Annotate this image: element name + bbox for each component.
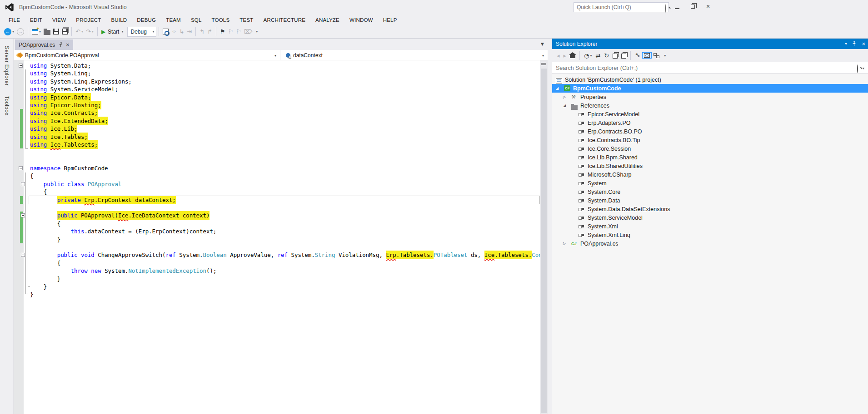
save-button[interactable] (52, 26, 60, 37)
scrollbar-thumb[interactable] (541, 69, 547, 413)
new-project-button[interactable]: ▾ (30, 26, 42, 37)
solution-explorer-title-bar[interactable]: Solution Explorer ▾ × (552, 39, 868, 49)
menu-team[interactable]: TEAM (161, 16, 186, 24)
split-editor-handle[interactable] (541, 62, 546, 67)
code-line-24[interactable] (14, 243, 540, 251)
code-line-18[interactable]: private Erp.ErpContext dataContext; (14, 196, 540, 204)
close-tab-icon[interactable]: × (66, 41, 70, 48)
start-debug-button[interactable]: ▶Start▾ (100, 26, 125, 37)
find-in-files-button[interactable] (161, 26, 170, 37)
indent-button[interactable]: ⇥ (185, 26, 193, 37)
code-line-23[interactable]: } (14, 236, 540, 243)
collapse-region-icon[interactable] (19, 64, 23, 68)
menu-sql[interactable]: SQL (186, 16, 207, 24)
previous-bookmark-button[interactable]: ⚐ (227, 26, 235, 37)
document-tab[interactable]: POApproval.cs × (15, 39, 73, 50)
restore-button[interactable] (685, 0, 700, 13)
tree-item-epicor-servicemodel[interactable]: Epicor.ServiceModel (552, 110, 868, 118)
code-line-19[interactable] (14, 204, 540, 212)
code-line-25[interactable]: public void ChangeApproveSwitch(ref Syst… (14, 251, 540, 259)
code-line-6[interactable]: using Epicor.Hosting; (14, 101, 540, 109)
tree-item-ice-lib-bpm-shared[interactable]: Ice.Lib.Bpm.Shared (552, 153, 868, 162)
expand-icon[interactable]: ▷ (563, 242, 566, 246)
window-position-icon[interactable]: ▾ (845, 42, 847, 46)
refresh-icon[interactable]: ↻ (602, 52, 611, 59)
toggle-bookmark-button[interactable]: ⚑ (219, 26, 227, 37)
search-options-caret-icon[interactable]: ▾ (863, 66, 864, 70)
tree-item-system-xml-linq[interactable]: System.Xml.Linq (552, 231, 868, 239)
tree-item-solution-bpmcustomcode-1-project-[interactable]: Solution 'BpmCustomCode' (1 project) (552, 75, 868, 84)
code-line-20[interactable]: public POApproval(Ice.IceDataContext con… (14, 212, 540, 219)
menu-debug[interactable]: DEBUG (132, 16, 161, 24)
comment-button[interactable]: ⁘ (170, 26, 178, 37)
code-line-13[interactable] (14, 157, 540, 164)
properties-wrench-icon[interactable]: 🔧︎ (633, 52, 642, 59)
tree-item-ice-lib-sharedutilities[interactable]: Ice.Lib.SharedUtilities (552, 162, 868, 170)
tree-item-erp-contracts-bo-po[interactable]: Erp.Contracts.BO.PO (552, 127, 868, 136)
quick-launch-input[interactable] (577, 4, 654, 11)
menu-help[interactable]: HELP (378, 16, 402, 24)
uncomment-button[interactable]: ↳ (178, 26, 185, 37)
view-class-diagram-icon[interactable] (652, 53, 661, 58)
code-line-12[interactable] (14, 148, 540, 156)
code-line-9[interactable]: using Ice.Lib; (14, 125, 540, 133)
code-editor[interactable]: using System.Data;using System.Linq;usin… (14, 60, 548, 414)
tree-item-system-data-datasetextensions[interactable]: System.Data.DataSetExtensions (552, 205, 868, 213)
code-line-7[interactable]: using Ice.Contracts; (14, 109, 540, 117)
decrease-indent-button[interactable]: ↰ (198, 26, 206, 37)
editor-vertical-scrollbar[interactable] (540, 60, 548, 414)
code-line-26[interactable]: { (14, 259, 540, 267)
menu-edit[interactable]: EDIT (25, 16, 47, 24)
home-icon[interactable] (568, 53, 577, 58)
tree-item-system-data[interactable]: System.Data (552, 196, 868, 205)
collapse-region-icon[interactable] (19, 166, 23, 170)
pin-panel-icon[interactable] (852, 40, 856, 48)
code-line-30[interactable]: } (14, 291, 540, 298)
navigate-forward-button[interactable]: → (15, 26, 25, 37)
tree-item-references[interactable]: ◢References (552, 101, 868, 110)
code-line-17[interactable]: { (14, 188, 540, 196)
next-bookmark-button[interactable]: ⚐ (234, 26, 243, 37)
increase-indent-button[interactable]: ↱ (206, 26, 214, 37)
menu-build[interactable]: BUILD (106, 16, 132, 24)
quick-launch-box[interactable] (574, 2, 669, 12)
collapse-icon[interactable]: ◢ (556, 86, 559, 90)
undo-button[interactable]: ↶▾ (74, 26, 85, 37)
toolbar-options-button[interactable]: ▾ (254, 26, 259, 37)
tree-item-erp-adapters-po[interactable]: Erp.Adapters.PO (552, 118, 868, 127)
code-line-10[interactable]: using Ice.Tables; (14, 133, 540, 141)
menu-view[interactable]: VIEW (47, 16, 71, 24)
collapse-region-icon[interactable] (21, 182, 25, 186)
solution-explorer-search[interactable]: ▾ (552, 62, 868, 74)
save-all-button[interactable] (60, 26, 69, 37)
code-line-27[interactable]: throw new System.NotImplementedException… (14, 267, 540, 275)
menu-file[interactable]: FILE (4, 16, 25, 24)
code-line-14[interactable]: namespace BpmCustomCode (14, 164, 540, 172)
menu-analyze[interactable]: ANALYZE (310, 16, 344, 24)
tree-item-properties[interactable]: ▷⚒Properties (552, 93, 868, 101)
code-line-5[interactable]: using Epicor.Data; (14, 94, 540, 101)
tree-item-system-core[interactable]: System.Core (552, 187, 868, 196)
tree-item-microsoft-csharp[interactable]: Microsoft.CSharp (552, 170, 868, 179)
code-line-16[interactable]: public class POApproval (14, 180, 540, 188)
menu-window[interactable]: WINDOW (344, 16, 378, 24)
code-line-29[interactable]: } (14, 283, 540, 291)
collapse-icon[interactable]: ◢ (563, 104, 566, 108)
tree-item-system-xml[interactable]: System.Xml (552, 222, 868, 231)
close-panel-icon[interactable]: × (862, 40, 865, 47)
code-line-22[interactable]: this.dataContext = (Erp.ErpContext)conte… (14, 227, 540, 235)
tree-item-ice-contracts-bo-tip[interactable]: Ice.Contracts.BO.Tip (552, 136, 868, 144)
code-line-21[interactable]: { (14, 220, 540, 227)
menu-architecture[interactable]: ARCHITECTURE (259, 16, 311, 24)
menu-project[interactable]: PROJECT (71, 16, 106, 24)
menu-test[interactable]: TEST (234, 16, 258, 24)
sync-with-active-document-icon[interactable]: ⇄ (594, 52, 602, 59)
pin-tab-icon[interactable] (59, 41, 63, 49)
code-line-8[interactable]: using Ice.ExtendedData; (14, 117, 540, 125)
collapse-region-icon[interactable] (21, 253, 25, 257)
back-icon[interactable]: ◂ (555, 52, 562, 59)
toolbox-tab[interactable]: Toolbox (4, 93, 10, 118)
tree-item-poapproval-cs[interactable]: ▷C#POApproval.cs (552, 239, 868, 248)
toolbar-overflow-icon[interactable]: ▾ (661, 54, 668, 58)
document-list-dropdown-icon[interactable]: ▼ (541, 42, 544, 46)
